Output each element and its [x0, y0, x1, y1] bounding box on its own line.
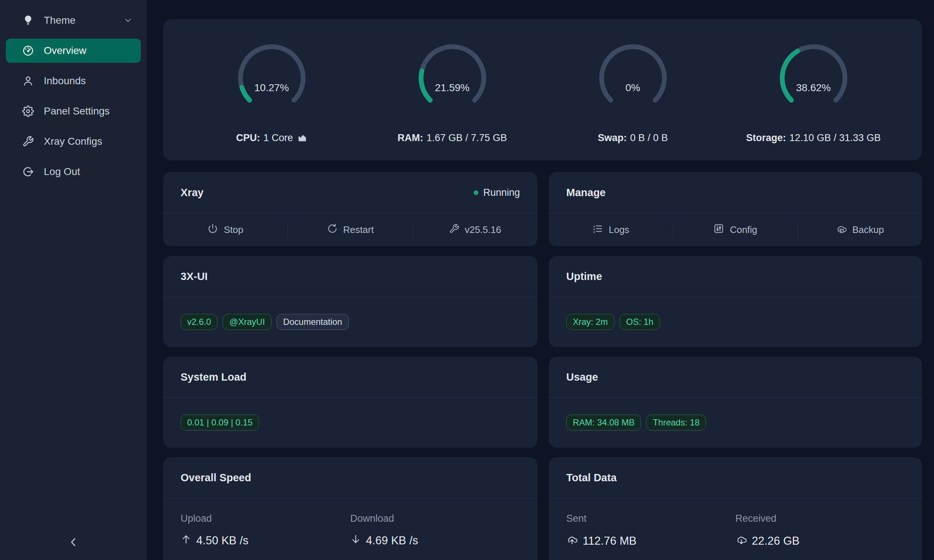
sidebar-item-panel-settings[interactable]: Panel Settings	[6, 99, 141, 123]
running-status-dot	[473, 190, 478, 195]
uptime-card-header: Uptime	[549, 256, 922, 297]
sidebar-item-label: Overview	[44, 45, 86, 57]
xray-version-button[interactable]: v25.5.16	[413, 213, 538, 246]
cloud-download-icon	[735, 534, 747, 548]
sidebar-nav: Theme Overview Inbounds Panel Settings	[0, 0, 146, 184]
sliders-icon	[713, 223, 724, 237]
list-icon	[592, 223, 603, 237]
logs-button[interactable]: Logs	[549, 213, 673, 246]
area-chart-icon[interactable]	[297, 133, 307, 143]
card-title: Uptime	[566, 271, 602, 283]
swap-gauge-label: Swap: 0 B / 0 B	[598, 132, 668, 144]
manage-card-header: Manage	[549, 172, 922, 213]
documentation-tag[interactable]: Documentation	[277, 314, 348, 330]
system-gauges-card: 10.27% CPU: 1 Core 21.59% RAM: 1.67 GB /…	[163, 19, 922, 160]
total-data-card-header: Total Data	[549, 457, 922, 498]
sidebar-item-label: Theme	[44, 15, 76, 26]
storage-gauge-ring: 38.62%	[775, 40, 852, 116]
download-stat: Download 4.69 KB /s	[350, 513, 520, 548]
uptime-tags: Xray: 2m OS: 1h	[549, 297, 922, 347]
xrayui-tag[interactable]: @XrayUI	[223, 314, 271, 330]
ram-gauge: 21.59% RAM: 1.67 GB / 7.75 GB	[362, 19, 543, 160]
usage-card-header: Usage	[549, 357, 922, 398]
card-title: Usage	[566, 371, 598, 383]
status-label: Running	[483, 187, 520, 198]
version-tag[interactable]: v2.6.0	[180, 314, 217, 330]
cpu-gauge-value: 10.27%	[233, 82, 310, 94]
xray-status: Running	[473, 187, 520, 198]
speed-stats: Upload 4.50 KB /s Download 4.69 KB /s	[163, 498, 538, 548]
ram-gauge-value: 21.59%	[414, 82, 491, 94]
main-content: 10.27% CPU: 1 Core 21.59% RAM: 1.67 GB /…	[163, 19, 922, 560]
cpu-gauge-ring: 10.27%	[233, 40, 310, 116]
ram-usage-tag: RAM: 34.08 MB	[566, 415, 641, 431]
sidebar-collapse-button[interactable]	[0, 535, 146, 551]
system-load-card-header: System Load	[163, 357, 538, 398]
system-load-card: System Load 0.01 | 0.09 | 0.15	[163, 357, 538, 448]
uptime-card: Uptime Xray: 2m OS: 1h	[549, 256, 922, 347]
power-icon	[207, 223, 218, 237]
sidebar: Theme Overview Inbounds Panel Settings	[0, 0, 146, 560]
wrench-icon	[449, 223, 459, 236]
cpu-gauge: 10.27% CPU: 1 Core	[181, 19, 362, 160]
cloud-backup-icon	[836, 223, 847, 237]
xui-tags: v2.6.0 @XrayUI Documentation	[163, 297, 538, 347]
load-average-tag: 0.01 | 0.09 | 0.15	[180, 415, 259, 431]
card-title: System Load	[180, 371, 247, 383]
sidebar-item-theme[interactable]: Theme	[6, 8, 141, 32]
wrench-icon	[22, 135, 34, 148]
xray-uptime-tag: Xray: 2m	[566, 314, 614, 330]
logout-icon	[22, 166, 34, 178]
card-title: Overall Speed	[180, 472, 251, 484]
cpu-gauge-label: CPU: 1 Core	[236, 132, 307, 144]
xray-card-header: Xray Running	[163, 172, 538, 213]
ram-gauge-label: RAM: 1.67 GB / 7.75 GB	[397, 132, 507, 144]
lightbulb-icon	[22, 14, 34, 27]
os-uptime-tag: OS: 1h	[620, 314, 660, 330]
xui-card: 3X-UI v2.6.0 @XrayUI Documentation	[163, 256, 538, 347]
sent-stat: Sent 112.76 MB	[566, 513, 735, 548]
sidebar-item-log-out[interactable]: Log Out	[6, 160, 141, 184]
usage-card: Usage RAM: 34.08 MB Threads: 18	[549, 357, 922, 448]
config-button[interactable]: Config	[673, 213, 797, 246]
total-data-stats: Sent 112.76 MB Received 22.26 GB	[549, 498, 922, 548]
speedometer-icon	[22, 45, 34, 57]
received-stat: Received 22.26 GB	[735, 513, 905, 548]
storage-gauge-label: Storage: 12.10 GB / 31.33 GB	[746, 132, 881, 144]
sidebar-item-label: Xray Configs	[44, 135, 102, 147]
gear-icon	[22, 105, 34, 117]
overall-speed-card: Overall Speed Upload 4.50 KB /s Download…	[163, 457, 538, 560]
card-title: Manage	[566, 187, 606, 199]
storage-gauge-value: 38.62%	[775, 82, 852, 94]
xray-actions: Stop Restart v25.5.16	[163, 213, 538, 246]
stop-button[interactable]: Stop	[163, 213, 288, 246]
overall-speed-card-header: Overall Speed	[163, 457, 538, 498]
arrow-up-icon	[180, 534, 191, 548]
backup-button[interactable]: Backup	[798, 213, 922, 246]
threads-tag: Threads: 18	[646, 415, 706, 431]
sidebar-item-label: Log Out	[44, 166, 80, 178]
upload-stat: Upload 4.50 KB /s	[180, 513, 350, 548]
card-title: Xray	[180, 187, 203, 199]
restart-button[interactable]: Restart	[288, 213, 412, 246]
user-icon	[22, 75, 34, 87]
sidebar-item-overview[interactable]: Overview	[6, 38, 141, 63]
sidebar-item-xray-configs[interactable]: Xray Configs	[6, 129, 141, 154]
total-data-card: Total Data Sent 112.76 MB Received 22.26…	[549, 457, 922, 560]
arrow-down-icon	[350, 534, 361, 548]
swap-gauge: 0% Swap: 0 B / 0 B	[543, 19, 723, 160]
sidebar-item-inbounds[interactable]: Inbounds	[6, 69, 141, 93]
chevron-down-icon	[123, 16, 133, 25]
xui-card-header: 3X-UI	[163, 256, 538, 297]
restart-icon	[327, 223, 338, 237]
chevron-left-icon	[66, 535, 80, 551]
xray-card: Xray Running Stop Restart	[163, 172, 538, 246]
cloud-upload-icon	[566, 534, 578, 548]
card-title: Total Data	[566, 472, 617, 484]
storage-gauge: 38.62% Storage: 12.10 GB / 31.33 GB	[723, 19, 904, 160]
system-load-tags: 0.01 | 0.09 | 0.15	[163, 398, 538, 447]
swap-gauge-value: 0%	[595, 82, 671, 94]
manage-actions: Logs Config Backup	[549, 213, 922, 246]
sidebar-item-label: Inbounds	[44, 75, 86, 87]
swap-gauge-ring: 0%	[595, 40, 671, 116]
